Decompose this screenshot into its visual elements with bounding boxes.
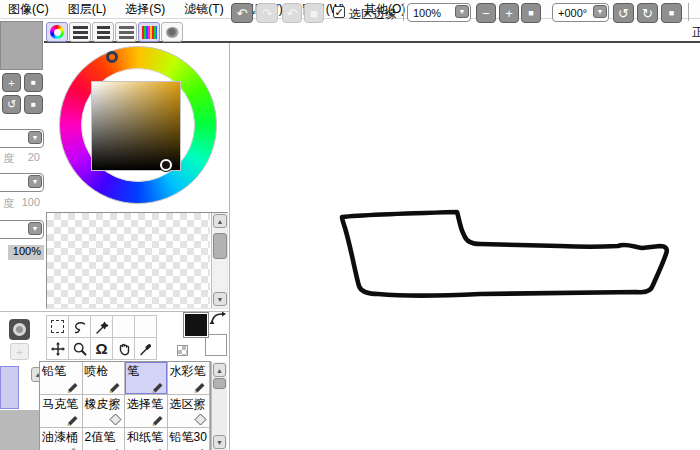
tool-binary-pen[interactable]: 2值笔	[83, 428, 126, 450]
brush-size-value: 度 20	[0, 151, 43, 166]
canvas-divider	[229, 43, 230, 450]
chevron-down-icon[interactable]: ▼	[28, 222, 42, 235]
blend-mode-clipped: 正	[692, 24, 700, 41]
rgb-sliders-icon	[73, 26, 88, 39]
redo-icon[interactable]: ↷	[256, 3, 278, 23]
sv-marker[interactable]	[160, 159, 172, 171]
tool-watercolor[interactable]: 水彩笔	[168, 362, 211, 395]
zoom-combobox[interactable]: 100% ▼	[407, 3, 471, 22]
clipped-selected-cell[interactable]	[0, 366, 19, 409]
selection-pen-icon	[152, 413, 165, 426]
scrollbar-thumb[interactable]	[213, 378, 226, 389]
tool-label: 2值笔	[85, 430, 116, 444]
brush-size-combobox[interactable]: ▼	[0, 129, 44, 148]
menu-image[interactable]: 图像(C)	[8, 1, 49, 18]
tab-rgb-sliders[interactable]	[69, 22, 91, 42]
magic-wand-icon	[94, 319, 110, 335]
crop-icon[interactable]: ■	[304, 3, 324, 23]
saturation-value-square[interactable]	[91, 81, 181, 171]
watercolor-icon	[194, 380, 207, 393]
tool-label: 油漆桶	[42, 430, 78, 444]
chevron-down-icon[interactable]: ▼	[593, 5, 607, 18]
strip-zoom-value: 100%	[8, 245, 44, 260]
tool-selection-eraser[interactable]: 选区擦	[168, 395, 211, 428]
deselect-icon[interactable]: ↶	[282, 3, 302, 23]
tool-label: 铅笔	[42, 364, 66, 378]
nav-zoom-in-icon[interactable]: +	[2, 73, 21, 92]
strip-zoom-combobox[interactable]: ▼	[0, 220, 44, 239]
tool-hand[interactable]	[112, 337, 135, 360]
tab-color-wheel[interactable]	[46, 22, 68, 42]
tab-mixer[interactable]	[115, 22, 137, 42]
undo-icon[interactable]: ↶	[231, 3, 253, 23]
tool-grid-scrollbar[interactable]: ▲ ▼	[211, 362, 227, 450]
tool-move[interactable]	[46, 337, 69, 360]
tool-lasso[interactable]	[68, 315, 91, 338]
tool-pencil30[interactable]: 铅笔30	[168, 428, 211, 450]
tool-selection-pen[interactable]: 选择笔	[125, 395, 168, 428]
nav-rotate-icon[interactable]: ↺	[2, 95, 21, 114]
tool-eraser[interactable]: 橡皮擦	[83, 395, 126, 428]
tool-washi-pen[interactable]: 和纸笔	[125, 428, 168, 450]
menu-select[interactable]: 选择(S)	[125, 1, 165, 18]
tool-zoom[interactable]	[68, 337, 91, 360]
tab-hsv-sliders[interactable]	[92, 22, 114, 42]
rotate-ccw-button[interactable]: ↺	[613, 3, 634, 23]
brush-shape-button[interactable]	[9, 319, 30, 340]
rotate-reset-button[interactable]: ■	[661, 3, 682, 23]
tool-marquee[interactable]	[46, 315, 69, 338]
scrollbar-thumb[interactable]	[213, 233, 227, 259]
swap-colors-icon[interactable]	[209, 311, 227, 327]
tool-pencil[interactable]: 铅笔	[40, 362, 83, 395]
nav-zoom-reset-icon[interactable]: ■	[24, 73, 43, 92]
zoom-in-button[interactable]: +	[499, 3, 519, 23]
transparent-color-icon[interactable]	[177, 345, 188, 356]
tool-label: 选择笔	[127, 397, 163, 411]
tool-empty-slot[interactable]	[112, 315, 135, 338]
empty-swatches-checkerboard[interactable]	[47, 213, 210, 308]
scroll-up-icon[interactable]: ▲	[213, 214, 227, 228]
brush-circle-icon	[13, 323, 26, 336]
brush-density-combobox[interactable]: ▼	[0, 173, 44, 192]
tab-swatches[interactable]	[138, 22, 160, 42]
tool-eyedropper[interactable]	[134, 337, 157, 360]
tool-rotate-view[interactable]: Ω	[90, 337, 113, 360]
selection-edge-label: 选区边缘	[349, 6, 397, 23]
zoom-out-button[interactable]: −	[476, 3, 496, 23]
eraser-icon	[109, 413, 122, 426]
scroll-down-icon[interactable]: ▼	[213, 435, 226, 449]
zoom-reset-button[interactable]: ■	[521, 3, 541, 23]
menu-layer[interactable]: 图层(L)	[68, 1, 107, 18]
chevron-down-icon[interactable]: ▼	[455, 5, 469, 18]
nav-rotate-reset-icon[interactable]: ■	[24, 95, 43, 114]
tab-scratchpad[interactable]	[161, 22, 183, 42]
swatches-scrollbar[interactable]: ▲ ▼	[211, 213, 227, 308]
chevron-down-icon[interactable]: ▼	[28, 131, 42, 144]
tool-label: 橡皮擦	[85, 397, 121, 411]
foreground-color-swatch[interactable]	[183, 312, 209, 338]
tool-airbrush[interactable]: 喷枪	[83, 362, 126, 395]
tool-bucket[interactable]: 油漆桶	[40, 428, 83, 450]
lasso-icon	[72, 319, 88, 335]
boat-drawing	[231, 43, 700, 450]
new-item-ghost-icon[interactable]: +	[10, 343, 29, 360]
rotate-cw-button[interactable]: ↻	[637, 3, 658, 23]
scroll-up-icon[interactable]: ▲	[213, 363, 226, 377]
scroll-down-icon[interactable]: ▼	[213, 292, 227, 306]
menu-filter[interactable]: 滤镜(T)	[184, 1, 223, 18]
canvas[interactable]	[231, 43, 700, 450]
angle-combobox[interactable]: +000° ▼	[552, 3, 609, 22]
chevron-down-icon[interactable]: ▼	[28, 175, 42, 188]
bucket-icon	[67, 446, 80, 450]
marker-icon	[67, 413, 80, 426]
selection-edge-checkbox[interactable]: ✓	[333, 6, 345, 18]
tool-marker[interactable]: 马克笔	[40, 395, 83, 428]
brush-tool-grid: 铅笔 喷枪 笔 水彩笔 马克笔 橡皮擦 选择笔 选区擦 油漆桶 2值笔 和纸笔 …	[39, 361, 211, 450]
tool-empty-slot[interactable]	[134, 315, 157, 338]
scratchpad-icon	[166, 27, 179, 38]
tool-pen[interactable]: 笔	[125, 362, 168, 395]
pen-icon	[152, 380, 165, 393]
tool-magic-wand[interactable]	[90, 315, 113, 338]
washi-pen-icon	[152, 446, 165, 450]
hue-marker[interactable]	[106, 51, 118, 63]
